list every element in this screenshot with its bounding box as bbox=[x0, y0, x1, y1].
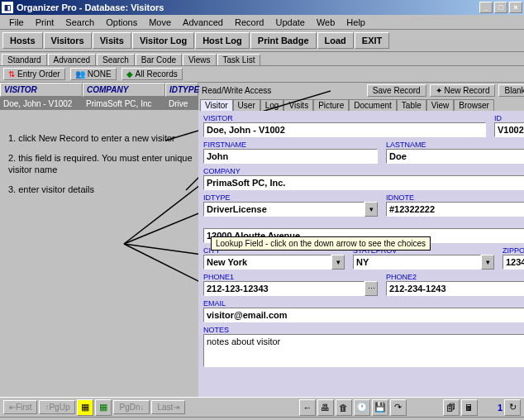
db-icon[interactable]: 💾 bbox=[372, 399, 388, 416]
last-button[interactable]: Last⇥ bbox=[151, 400, 185, 414]
tab-user[interactable]: User bbox=[233, 99, 260, 111]
access-label: Read/Write Access bbox=[202, 86, 271, 95]
save-record-button[interactable]: Save Record bbox=[367, 84, 426, 97]
blank-button[interactable]: Blank bbox=[498, 84, 524, 97]
pgdn-button[interactable]: PgDn↓ bbox=[113, 400, 150, 414]
idnote-input[interactable] bbox=[386, 202, 524, 217]
bottom-toolbar: ⇤First ↑PgUp ▦ ▦ PgDn↓ Last⇥ ← 🖶 🗑 🕐 💾 ↷… bbox=[0, 397, 524, 417]
tab-document[interactable]: Document bbox=[349, 99, 397, 111]
menu-update[interactable]: Update bbox=[269, 17, 310, 27]
detail-tabs: Visitor User Log Visits Picture Document… bbox=[198, 98, 524, 111]
maximize-button[interactable]: □ bbox=[494, 2, 507, 13]
tab-barcode[interactable]: Bar Code bbox=[136, 54, 182, 65]
cell-visitor: Doe, John - V1002 bbox=[0, 98, 83, 110]
menu-record[interactable]: Record bbox=[229, 17, 269, 27]
menu-advanced[interactable]: Advanced bbox=[177, 17, 229, 27]
tab-tasklist[interactable]: Task List bbox=[217, 54, 261, 65]
calc-icon[interactable]: 🖩 bbox=[461, 399, 478, 416]
col-company[interactable]: COMPANY bbox=[83, 83, 165, 97]
annotation-3: 3. enter visitor details bbox=[8, 184, 198, 195]
new-record-button[interactable]: ✦ New Record bbox=[430, 84, 496, 97]
window-title: Organizer Pro - Database: Visitors bbox=[17, 2, 478, 12]
lastname-input[interactable] bbox=[386, 149, 524, 164]
hosts-button[interactable]: Hosts bbox=[2, 32, 43, 49]
sort-button[interactable]: ⇅Entry Order bbox=[3, 68, 65, 80]
col-visitor[interactable]: VISITOR bbox=[0, 83, 83, 97]
visitor-label: VISITOR bbox=[203, 114, 486, 122]
tab-standard[interactable]: Standard bbox=[2, 54, 47, 65]
toolbar: Hosts Visitors Visits Visitor Log Host L… bbox=[0, 30, 524, 52]
print-badge-button[interactable]: Print Badge bbox=[250, 32, 317, 49]
id-input[interactable] bbox=[494, 122, 524, 137]
first-button[interactable]: ⇤First bbox=[3, 400, 37, 414]
all-records-button[interactable]: ◆All Records bbox=[121, 68, 183, 80]
tab-search[interactable]: Search bbox=[97, 54, 135, 65]
email-label: EMAIL bbox=[203, 299, 524, 308]
lookup-tooltip: Lookup Field - click on the down arrow t… bbox=[211, 236, 431, 251]
tab-browser[interactable]: Browser bbox=[454, 99, 494, 111]
tab-visits[interactable]: Visits bbox=[283, 99, 313, 111]
minimize-button[interactable]: _ bbox=[479, 2, 493, 13]
exit-button[interactable]: EXIT bbox=[355, 32, 389, 49]
tab-log[interactable]: Log bbox=[260, 99, 284, 111]
firstname-input[interactable] bbox=[203, 149, 378, 164]
email-input[interactable] bbox=[203, 308, 524, 322]
tab-advanced[interactable]: Advanced bbox=[48, 54, 96, 65]
load-button[interactable]: Load bbox=[317, 32, 354, 49]
menu-print[interactable]: Print bbox=[30, 17, 60, 27]
clock-icon[interactable]: 🕐 bbox=[354, 399, 370, 416]
filter-none-button[interactable]: 👥NONE bbox=[70, 68, 117, 80]
record-count: 1 bbox=[498, 403, 503, 413]
refresh-icon[interactable]: ↻ bbox=[504, 399, 521, 416]
print-icon[interactable]: 🖶 bbox=[317, 399, 334, 416]
lastname-label: LASTNAME bbox=[386, 141, 524, 149]
menu-file[interactable]: File bbox=[3, 17, 30, 27]
company-input[interactable] bbox=[203, 175, 524, 190]
phone1-more-icon[interactable]: ⋯ bbox=[364, 281, 378, 296]
menu-web[interactable]: Web bbox=[311, 17, 341, 27]
visits-button[interactable]: Visits bbox=[93, 32, 131, 49]
tab-picture[interactable]: Picture bbox=[313, 99, 349, 111]
tab-table[interactable]: Table bbox=[397, 99, 426, 111]
menu-move[interactable]: Move bbox=[143, 17, 177, 27]
phone1-label: PHONE1 bbox=[203, 273, 378, 281]
cell-idtype: Drive bbox=[165, 98, 198, 110]
idtype-label: IDTYPE bbox=[203, 193, 378, 202]
zippost-input[interactable] bbox=[503, 255, 524, 270]
nav-icon-1[interactable]: ▦ bbox=[77, 399, 93, 416]
close-button[interactable]: × bbox=[509, 2, 522, 13]
city-dropdown-icon[interactable]: ▾ bbox=[331, 255, 345, 270]
menu-help[interactable]: Help bbox=[341, 17, 371, 27]
filter-bar: ⇅Entry Order 👥NONE ◆All Records bbox=[0, 66, 524, 83]
col-idtype[interactable]: IDTYPE bbox=[165, 83, 198, 97]
visitor-input[interactable] bbox=[203, 122, 486, 137]
delete-icon[interactable]: 🗑 bbox=[336, 399, 352, 416]
pgup-button[interactable]: ↑PgUp bbox=[39, 400, 75, 414]
stateprov-dropdown-icon[interactable]: ▾ bbox=[481, 255, 494, 270]
firstname-label: FIRSTNAME bbox=[203, 141, 378, 149]
visitors-button[interactable]: Visitors bbox=[44, 32, 92, 49]
back-icon[interactable]: ← bbox=[299, 399, 316, 416]
menu-search[interactable]: Search bbox=[60, 17, 100, 27]
visitor-log-button[interactable]: Visitor Log bbox=[132, 32, 194, 49]
idtype-dropdown-icon[interactable]: ▾ bbox=[364, 202, 378, 217]
city-input[interactable] bbox=[203, 255, 331, 270]
stateprov-input[interactable] bbox=[353, 255, 481, 270]
tab-view[interactable]: View bbox=[426, 99, 455, 111]
table-row[interactable]: Doe, John - V1002 PrimaSoft PC, Inc Driv… bbox=[0, 98, 198, 110]
phone1-input[interactable] bbox=[203, 281, 364, 296]
phone2-input[interactable] bbox=[386, 281, 524, 296]
record-toolbar: Read/Write Access Save Record ✦ New Reco… bbox=[198, 83, 524, 98]
tab-views[interactable]: Views bbox=[183, 54, 217, 65]
idtype-input[interactable] bbox=[203, 202, 364, 217]
tab-visitor[interactable]: Visitor bbox=[200, 99, 233, 111]
notes-input[interactable]: notes about visitor bbox=[203, 334, 524, 367]
menu-options[interactable]: Options bbox=[100, 17, 143, 27]
grid-header: VISITOR COMPANY IDTYPE bbox=[0, 83, 198, 98]
nav-icon-2[interactable]: ▦ bbox=[95, 399, 112, 416]
doc-icon[interactable]: 🗐 bbox=[443, 399, 460, 416]
menubar: File Print Search Options Move Advanced … bbox=[0, 15, 524, 30]
main-area: VISITOR COMPANY IDTYPE Doe, John - V1002… bbox=[0, 83, 524, 397]
exit-icon[interactable]: ↷ bbox=[390, 399, 407, 416]
host-log-button[interactable]: Host Log bbox=[195, 32, 250, 49]
